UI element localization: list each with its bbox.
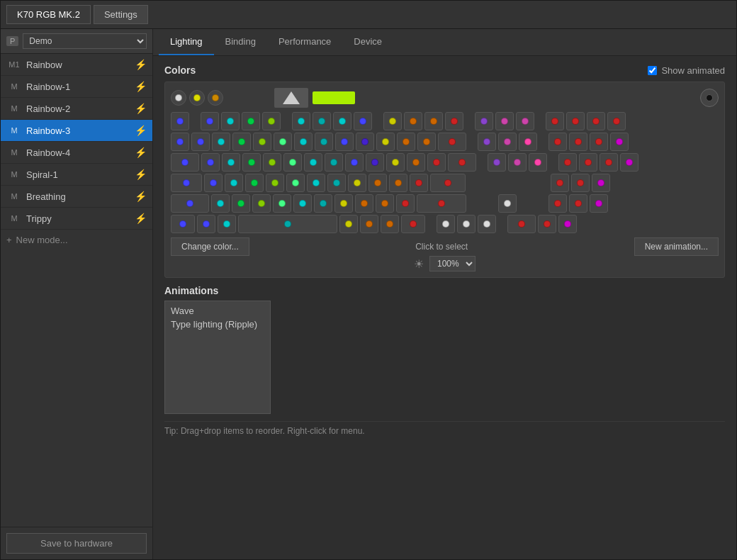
mode-item-spiral-1[interactable]: M Spiral-1 ⚡	[1, 164, 152, 186]
key-caps[interactable]	[171, 174, 202, 192]
key-t[interactable]	[283, 153, 302, 172]
key-numdot[interactable]	[538, 215, 556, 233]
color-dot-white[interactable]	[171, 90, 186, 106]
key-p[interactable]	[386, 153, 405, 172]
key-num8[interactable]	[579, 153, 597, 172]
key-num2[interactable]	[569, 194, 587, 213]
key-rctrl[interactable]	[401, 215, 425, 233]
key-rbracket[interactable]	[427, 153, 446, 172]
key-a[interactable]	[204, 174, 223, 192]
animations-list[interactable]: Wave Type lighting (Ripple)	[164, 301, 271, 414]
new-animation-button[interactable]: New animation...	[634, 237, 719, 256]
key-5[interactable]	[274, 133, 292, 151]
key-9[interactable]	[356, 133, 374, 151]
key-z[interactable]	[211, 194, 230, 213]
new-mode-item[interactable]: + New mode...	[1, 230, 152, 250]
key-num4[interactable]	[551, 174, 569, 192]
key-numenter[interactable]	[558, 215, 577, 233]
key-lalt[interactable]	[218, 215, 236, 233]
key-f1[interactable]	[201, 112, 219, 130]
key-r[interactable]	[263, 153, 281, 172]
key-media2[interactable]	[566, 112, 585, 130]
key-l[interactable]	[368, 174, 387, 192]
key-lwin[interactable]	[197, 215, 215, 233]
key-m[interactable]	[334, 194, 353, 213]
mode-item-rainbow-4[interactable]: M Rainbow-4 ⚡	[1, 142, 152, 164]
key-v[interactable]	[273, 194, 291, 213]
key-s[interactable]	[225, 174, 243, 192]
mode-item-rainbow-1[interactable]: M Rainbow-1 ⚡	[1, 76, 152, 98]
anim-item-wave[interactable]: Wave	[168, 304, 267, 318]
key-w[interactable]	[222, 153, 240, 172]
key-f8[interactable]	[354, 112, 372, 130]
tab-performance[interactable]: Performance	[267, 29, 342, 55]
key-numdiv[interactable]	[569, 133, 587, 151]
key-3[interactable]	[232, 133, 251, 151]
key-b[interactable]	[293, 194, 312, 213]
key-up[interactable]	[498, 194, 517, 213]
key-slash[interactable]	[396, 194, 415, 213]
key-comma[interactable]	[355, 194, 373, 213]
key-space[interactable]	[238, 215, 337, 233]
key-enter[interactable]	[430, 174, 466, 192]
key-g[interactable]	[286, 174, 305, 192]
key-f6[interactable]	[313, 112, 331, 130]
key-del[interactable]	[488, 153, 506, 172]
save-to-hardware-button[interactable]: Save to hardware	[6, 533, 147, 554]
key-1[interactable]	[191, 133, 210, 151]
settings-tab[interactable]: Settings	[94, 5, 148, 24]
key-equal[interactable]	[417, 133, 436, 151]
key-u[interactable]	[325, 153, 343, 172]
key-f[interactable]	[266, 174, 284, 192]
key-4[interactable]	[253, 133, 271, 151]
key-down[interactable]	[457, 215, 476, 233]
key-pgdn[interactable]	[529, 153, 547, 172]
key-lbracket[interactable]	[407, 153, 425, 172]
key-prtsc[interactable]	[475, 112, 493, 130]
key-f3[interactable]	[242, 112, 260, 130]
mode-item-rainbow-2[interactable]: M Rainbow-2 ⚡	[1, 98, 152, 120]
mode-item-trippy[interactable]: M Trippy ⚡	[1, 208, 152, 230]
key-scrlk[interactable]	[495, 112, 514, 130]
key-home[interactable]	[498, 133, 517, 151]
key-x[interactable]	[232, 194, 250, 213]
key-numadd[interactable]	[620, 153, 638, 172]
key-j[interactable]	[327, 174, 346, 192]
key-backspace[interactable]	[438, 133, 466, 151]
key-menu[interactable]	[381, 215, 399, 233]
key-ins[interactable]	[478, 133, 496, 151]
tab-binding[interactable]: Binding	[214, 29, 267, 55]
key-num3[interactable]	[590, 194, 608, 213]
key-8[interactable]	[335, 133, 354, 151]
mode-item-breathing[interactable]: M Breathing ⚡	[1, 186, 152, 208]
key-num5[interactable]	[571, 174, 590, 192]
key-7[interactable]	[315, 133, 333, 151]
key-lshift[interactable]	[171, 194, 209, 213]
key-period[interactable]	[376, 194, 394, 213]
key-num0[interactable]	[507, 215, 536, 233]
anim-item-type-lighting[interactable]: Type lighting (Ripple)	[168, 318, 267, 331]
mode-item-rainbow1[interactable]: M1 Rainbow ⚡	[1, 54, 152, 76]
key-f12[interactable]	[445, 112, 463, 130]
change-color-button[interactable]: Change color...	[171, 237, 249, 256]
key-rshift[interactable]	[417, 194, 466, 213]
key-backslash[interactable]	[448, 153, 476, 172]
key-f7[interactable]	[333, 112, 351, 130]
key-right[interactable]	[478, 215, 496, 233]
key-f11[interactable]	[424, 112, 443, 130]
key-num9[interactable]	[600, 153, 618, 172]
key-rwin[interactable]	[360, 215, 378, 233]
key-num6[interactable]	[592, 174, 610, 192]
color-bar[interactable]	[313, 91, 355, 104]
key-num7[interactable]	[558, 153, 577, 172]
show-animated-checkbox[interactable]	[648, 66, 657, 75]
key-f4[interactable]	[262, 112, 281, 130]
device-tab[interactable]: K70 RGB MK.2	[6, 5, 91, 24]
key-media4[interactable]	[607, 112, 626, 130]
key-k[interactable]	[348, 174, 366, 192]
black-dot-key[interactable]	[700, 89, 719, 107]
key-end[interactable]	[508, 153, 527, 172]
key-media1[interactable]	[546, 112, 564, 130]
tab-lighting[interactable]: Lighting	[159, 29, 214, 55]
key-f9[interactable]	[383, 112, 402, 130]
